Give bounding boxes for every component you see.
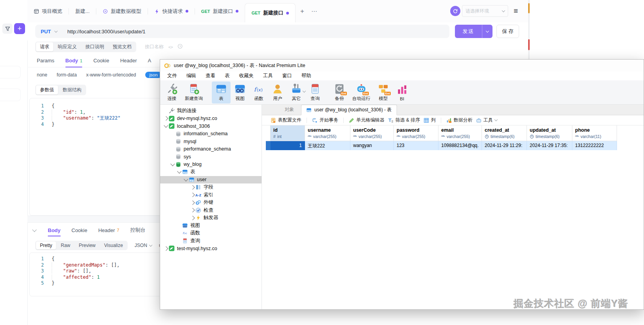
value-tab-1[interactable]: 数据结构 [59,85,85,94]
response-type-dropdown[interactable]: JSON [135,243,152,248]
param-tab-header[interactable]: Header [120,54,137,67]
method-dropdown[interactable]: PUT [41,29,51,34]
toolbar-备份[interactable]: Ent备份 [330,82,349,103]
value-tab-0[interactable]: 参数值 [36,85,58,94]
tree-item-触发器[interactable]: 触发器 [160,214,262,222]
save-button[interactable]: 保 存 [496,25,519,38]
body-type-x-www-form-urlencoded[interactable]: x-www-form-urlencoded [86,72,136,78]
send-button[interactable]: 发送 [455,25,492,38]
top-tab-1[interactable]: 新建... [69,0,96,22]
gridbar-数据分析[interactable]: 数据分析 [446,117,473,123]
column-header-id[interactable]: id#int [271,125,305,141]
menu-查看[interactable]: 查看 [201,71,220,80]
menu-文件[interactable]: 文件 [162,71,182,80]
tree-item-视图[interactable]: 视图 [160,222,262,230]
top-tab-3[interactable]: 快捷请求 [148,0,195,22]
menu-收藏夹[interactable]: 收藏夹 [235,71,259,80]
more-tabs-button[interactable]: ⋯ [309,8,320,15]
request-tab-3[interactable]: 预览文档 [109,42,135,51]
tree-item-我的连接[interactable]: 我的连接 [160,107,262,115]
menu-工具[interactable]: 工具 [258,71,278,80]
tree-item-dev-mysql.hysz.co[interactable]: dev-mysql.hysz.co [160,115,262,123]
gridbar-工具[interactable]: 工具 [476,117,497,123]
tree-item-查询[interactable]: 查询 [160,237,262,245]
body-type-none[interactable]: none [37,72,47,78]
tab-objects[interactable]: 对象 [280,104,299,115]
tree-item-user[interactable]: user [160,176,262,184]
gridbar-表配置文件[interactable]: 表配置文件 [271,117,301,123]
request-tab-1[interactable]: 响应定义 [54,42,81,51]
request-tab-2[interactable]: 接口说明 [81,42,108,51]
column-header-email[interactable]: emailᴬᴮᶜvarchar(255) [438,125,482,141]
toolbar-其它[interactable]: 其它 [287,82,306,103]
toolbar-自动运行[interactable]: Ent自动运行 [349,82,374,103]
column-header-updated_at[interactable]: updated_attimestamp(6) [527,125,572,141]
response-tab-header[interactable]: Header7 [98,224,119,236]
tree-item-wy_blog[interactable]: wy_blog [160,161,262,169]
cell-email[interactable]: 1098882134@qq. [438,141,482,150]
response-tab-cookie[interactable]: Cookie [72,224,87,236]
column-header-userCode[interactable]: userCodeᴬᴮᶜvarchar(255) [350,125,394,141]
tree-item-字段[interactable]: 字段 [160,183,262,191]
tree-item-外键[interactable]: 外键 [160,199,262,207]
table-row[interactable]: 1王琰222wangyan1231098882134@qq.2024-11-29… [266,141,617,150]
top-tab-2[interactable]: 新建数据模型 [96,0,148,22]
cell-updated_at[interactable]: 2024-11-29 17:35: [527,141,572,150]
tree-item-表[interactable]: 表 [160,168,262,176]
param-tab-params[interactable]: Params [37,54,54,67]
menu-button[interactable]: ≡ [514,7,518,15]
sync-button[interactable] [450,6,460,16]
toolbar-查询[interactable]: 查询 [306,82,325,103]
cell-userCode[interactable]: wangyan [350,141,394,150]
toolbar-新建查询[interactable]: 新建查询 [181,82,206,103]
gridbar-筛选 & 排序[interactable]: 筛选 & 排序 [388,117,420,123]
url-input[interactable]: PUT http://localhost:3000/user/update/1 [35,25,449,38]
cell-created_at[interactable]: 2024-11-29 11:29: [482,141,527,150]
request-tab-0[interactable]: 请求 [36,42,53,51]
tree-item-information_schema[interactable]: information_schema [160,130,262,138]
top-tab-4[interactable]: GET新建接口 [195,0,245,22]
toolbar-表[interactable]: 表 [212,82,231,103]
environment-select[interactable]: 请选择环境 [462,5,508,17]
tree-item-函数[interactable]: f(x)函数 [160,229,262,237]
response-tab-body[interactable]: Body [48,224,61,236]
menu-窗口[interactable]: 窗口 [278,71,297,80]
cell-phone[interactable]: 13122222222 [572,141,617,150]
add-button[interactable]: + [14,23,25,34]
param-tab-a[interactable]: A [148,54,152,67]
param-tab-cookie[interactable]: Cookie [93,54,109,67]
cell-id[interactable]: 1 [271,141,305,150]
toolbar-BI[interactable]: BI [393,82,411,103]
format-tab-3[interactable]: Visualize [100,241,127,249]
new-tab-button[interactable]: + [296,7,309,15]
format-tab-1[interactable]: Raw [57,241,74,249]
toolbar-函数[interactable]: f(x)函数 [249,82,268,103]
tree-item-performance_schema[interactable]: performance_schema [160,145,262,153]
toolbar-连接[interactable]: 连接 [162,82,181,103]
gridbar-开始事务[interactable]: 开始事务 [312,117,338,123]
tab-user-table[interactable]: user @wy_blog (localhost_3306) - 表 [301,105,397,115]
gridbar-列[interactable]: 列 [424,117,436,123]
toolbar-模型[interactable]: Ent模型 [374,82,393,103]
tree-item-localhost_3306[interactable]: localhost_3306 [160,122,262,130]
cell-username[interactable]: 王琰222 [305,141,350,150]
navicat-titlebar[interactable]: user @wy_blog (localhost_3306) - 表 - Nav… [160,60,644,71]
top-tab-0[interactable]: 项目概览 [27,0,69,22]
tree-item-sys[interactable]: sys [160,153,262,161]
column-header-password[interactable]: passwordᴬᴮᶜvarchar(255) [394,125,438,141]
send-options-button[interactable] [482,31,492,32]
response-tab-控制台[interactable]: 控制台 [130,224,146,236]
body-type-form-data[interactable]: form-data [57,72,77,78]
tree-item-mysql[interactable]: mysql [160,138,262,145]
filter-button[interactable] [2,24,13,34]
collapse-response-icon[interactable] [32,227,36,232]
column-header-created_at[interactable]: created_attimestamp(6) [482,125,527,141]
menu-表[interactable]: 表 [220,71,235,80]
column-header-username[interactable]: usernameᴬᴮᶜvarchar(255) [305,125,350,141]
menu-编辑[interactable]: 编辑 [182,71,201,80]
column-header-phone[interactable]: phoneᴬᴮᶜvarchar(11) [572,125,617,141]
toolbar-视图[interactable]: 视图 [231,82,249,103]
row-selector[interactable] [266,141,271,150]
cell-password[interactable]: 123 [394,141,438,150]
param-tab-body[interactable]: Body1 [65,54,83,67]
